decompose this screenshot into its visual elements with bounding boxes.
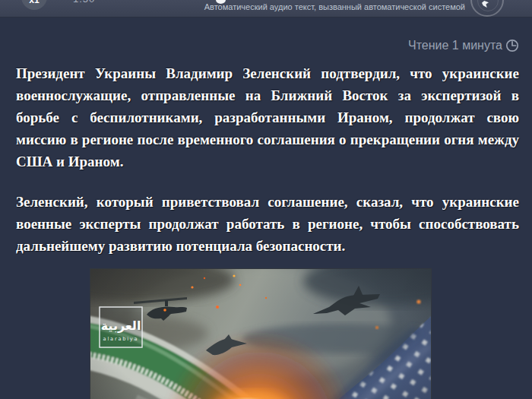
alarabiya-logo: العربية alarabiya xyxy=(100,307,142,347)
audio-time: 1:50 xyxy=(73,0,95,5)
article-body: Президент Украины Владимир Зеленский под… xyxy=(16,62,519,275)
playback-speed-label: x1 xyxy=(29,0,39,5)
audio-caption: Автоматический аудио текст, вызванный ав… xyxy=(204,2,465,11)
clock-icon xyxy=(505,38,520,53)
playback-speed-button[interactable]: x1 xyxy=(21,0,47,10)
hero-image: العربية alarabiya xyxy=(90,268,432,399)
alarabiya-logo-arabic: العربية xyxy=(101,318,141,333)
audio-player-bar: x1 1:50 Автоматический аудио текст, вызв… xyxy=(0,0,532,17)
war-scene-illustration: العربية alarabiya xyxy=(90,269,431,399)
alarabiya-logo-latin: alarabiya xyxy=(103,336,139,342)
paragraph-2: Зеленский, который приветствовал соглаше… xyxy=(16,191,519,257)
audio-control-button[interactable] xyxy=(470,0,504,17)
article-page: x1 1:50 Автоматический аудио текст, вызв… xyxy=(0,0,532,399)
paragraph-1: Президент Украины Владимир Зеленский под… xyxy=(16,62,519,173)
reading-time-label: Чтение 1 минута xyxy=(408,39,502,52)
audio-control-icon xyxy=(482,1,489,8)
reading-time: Чтение 1 минута xyxy=(408,38,520,53)
